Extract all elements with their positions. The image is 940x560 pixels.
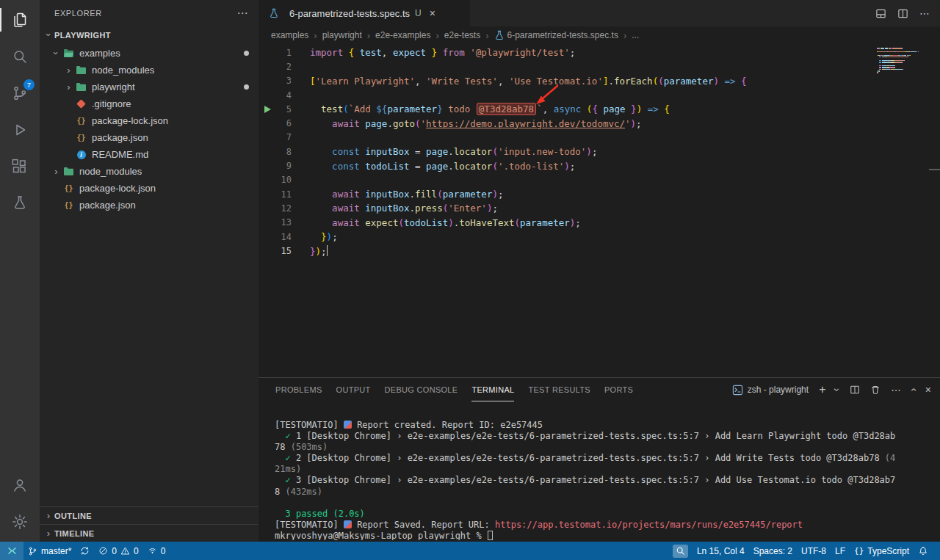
cursor-position-status[interactable]: Ln 15, Col 4 — [693, 542, 749, 560]
timeline-section[interactable]: › TIMELINE — [40, 524, 258, 542]
code-token: import — [310, 47, 343, 58]
code-line[interactable]: 3['Learn Playwright', 'Write Tests', 'Us… — [258, 74, 940, 88]
tree-item-package-lock.json[interactable]: {}package-lock.json — [40, 112, 258, 129]
code-line[interactable]: 8 const inputBox = page.locator('input.n… — [258, 145, 940, 159]
code-editor[interactable]: 1import { test, expect } from '@playwrig… — [258, 44, 940, 377]
terminal-token: (4 — [885, 453, 895, 463]
editor-scrollbar[interactable] — [929, 169, 940, 170]
terminal-dropdown-chevron[interactable]: › — [832, 388, 844, 392]
code-token — [310, 231, 321, 242]
breadcrumb-file[interactable]: 6-parametrized-tests.spec.ts — [494, 30, 618, 41]
minimap[interactable] — [877, 48, 930, 74]
more-actions-icon[interactable]: ⋯ — [891, 384, 901, 396]
breadcrumb-overflow[interactable]: ... — [632, 30, 639, 40]
tab-close-button[interactable]: × — [430, 7, 435, 19]
code-line[interactable]: 12 await inputBox.press('Enter'); — [258, 201, 940, 215]
code-line[interactable]: 7 — [258, 131, 940, 145]
breadcrumb-label: 6-parametrized-tests.spec.ts — [507, 30, 618, 40]
encoding-status[interactable]: UTF-8 — [797, 542, 831, 560]
code-link[interactable]: https://demo.playwright.dev/todomvc/ — [426, 118, 625, 129]
code-line[interactable]: 2 — [258, 59, 940, 73]
breadcrumb-item[interactable]: e2e-tests — [444, 30, 480, 40]
terminal-output[interactable]: [TESTOMATIO] Report created. Report ID: … — [275, 420, 934, 540]
panel-tab-output[interactable]: OUTPUT — [336, 378, 371, 401]
tree-item-package.json[interactable]: {}package.json — [40, 197, 258, 214]
section-header-playwright[interactable]: › PLAYWRIGHT — [40, 26, 258, 43]
code-line[interactable]: 14 }); — [258, 230, 940, 244]
new-terminal-button[interactable]: + — [819, 383, 825, 396]
code-line[interactable]: 13 await expect(todoList).toHaveText(par… — [258, 216, 940, 230]
split-terminal-button[interactable] — [850, 385, 860, 395]
close-panel-button[interactable]: × — [925, 384, 931, 396]
sidebar-header: EXPLORER ⋯ — [40, 0, 258, 26]
more-actions-icon[interactable]: ⋯ — [236, 7, 248, 20]
remote-indicator[interactable] — [0, 542, 24, 560]
code-line[interactable]: 6 await page.goto('https://demo.playwrig… — [258, 116, 940, 130]
editor-layout-icon[interactable] — [875, 8, 886, 19]
folder-icon — [62, 166, 75, 178]
sync-button[interactable] — [76, 542, 94, 560]
code-line[interactable]: 1import { test, expect } from '@playwrig… — [258, 46, 940, 59]
code-token: ; — [592, 146, 598, 157]
indentation-status[interactable]: Spaces: 2 — [749, 542, 797, 560]
gear-icon — [11, 513, 29, 531]
minimap-line — [877, 55, 930, 57]
search-activity-button[interactable] — [0, 38, 40, 75]
code-line[interactable]: 4 — [258, 88, 940, 102]
code-line[interactable]: 5 test(`Add ${parameter} todo @T3d28ab78… — [258, 102, 940, 116]
minimap-line — [877, 49, 930, 51]
breadcrumb-item[interactable]: playwright — [322, 30, 362, 40]
code-token: press — [415, 203, 443, 214]
language-mode-status[interactable]: {} TypeScript — [850, 542, 914, 560]
explorer-activity-button[interactable] — [0, 1, 40, 38]
breadcrumb-item[interactable]: examples — [271, 30, 308, 40]
code-token: parameter — [387, 103, 437, 114]
tree-item-node_modules[interactable]: ›node_modules — [40, 62, 258, 79]
code-line[interactable]: 11 await inputBox.fill(parameter); — [258, 187, 940, 201]
sidebar-bottom-sections: › OUTLINE › TIMELINE — [40, 506, 258, 542]
more-actions-icon[interactable]: ⋯ — [919, 7, 930, 19]
terminal-instance-selector[interactable]: zsh - playwright — [732, 385, 809, 396]
json-icon: {} — [62, 183, 75, 194]
panel-tab-ports[interactable]: PORTS — [604, 378, 633, 401]
chevron-right-icon: › — [43, 528, 54, 539]
settings-gear-button[interactable] — [0, 503, 40, 540]
chevron-right-icon: › — [50, 166, 62, 177]
panel-tab-problems[interactable]: PROBLEMS — [275, 378, 322, 401]
tree-item-playwright[interactable]: ›playwright — [40, 79, 258, 95]
terminal-link[interactable]: https://app.testomat.io/projects/mars/ru… — [495, 520, 803, 530]
extensions-activity-button[interactable] — [0, 148, 40, 185]
git-branch-status[interactable]: master* — [24, 542, 76, 560]
ports-status[interactable]: 0 — [143, 542, 170, 560]
testing-activity-button[interactable] — [0, 185, 40, 222]
outline-section[interactable]: › OUTLINE — [40, 506, 258, 524]
code-line[interactable]: 10 — [258, 173, 940, 187]
breadcrumb-item[interactable]: e2e-examples — [375, 30, 430, 40]
tree-item-package-lock.json[interactable]: {}package-lock.json — [40, 180, 258, 197]
panel-tab-debug-console[interactable]: DEBUG CONSOLE — [385, 378, 458, 401]
status-bar-left: master* 0 0 0 — [0, 542, 170, 560]
problems-status[interactable]: 0 0 — [94, 542, 142, 560]
editor-tab[interactable]: 6-parametrized-tests.spec.ts U × — [258, 0, 470, 26]
panel-tab-terminal[interactable]: TERMINAL — [471, 378, 514, 401]
zoom-status-button[interactable] — [673, 545, 688, 558]
kill-terminal-button[interactable] — [870, 385, 881, 395]
terminal-token: 3 passed (2.0s) — [285, 509, 364, 519]
notifications-bell[interactable] — [914, 542, 933, 560]
accounts-button[interactable] — [0, 467, 40, 503]
tree-item-package.json[interactable]: {}package.json — [40, 129, 258, 146]
tree-item-node_modules[interactable]: ›node_modules — [40, 163, 258, 180]
source-control-activity-button[interactable]: 7 — [0, 75, 40, 112]
split-editor-icon[interactable] — [897, 8, 908, 19]
maximize-panel-chevron[interactable]: › — [907, 388, 919, 392]
code-line[interactable]: 9 const todoList = page.locator('.todo-l… — [258, 159, 940, 172]
run-test-button[interactable] — [264, 106, 271, 113]
eol-status[interactable]: LF — [831, 542, 850, 560]
run-debug-activity-button[interactable] — [0, 112, 40, 148]
tree-item-README.md[interactable]: iREADME.md — [40, 146, 258, 163]
tree-item-examples[interactable]: ›examples — [40, 45, 258, 62]
status-bar-right: Ln 15, Col 4 Spaces: 2 UTF-8 LF {} TypeS… — [673, 542, 940, 560]
tree-item-.gitignore[interactable]: .gitignore — [40, 95, 258, 112]
code-line[interactable]: 15}); — [258, 244, 940, 258]
panel-tab-test-results[interactable]: TEST RESULTS — [528, 378, 590, 401]
